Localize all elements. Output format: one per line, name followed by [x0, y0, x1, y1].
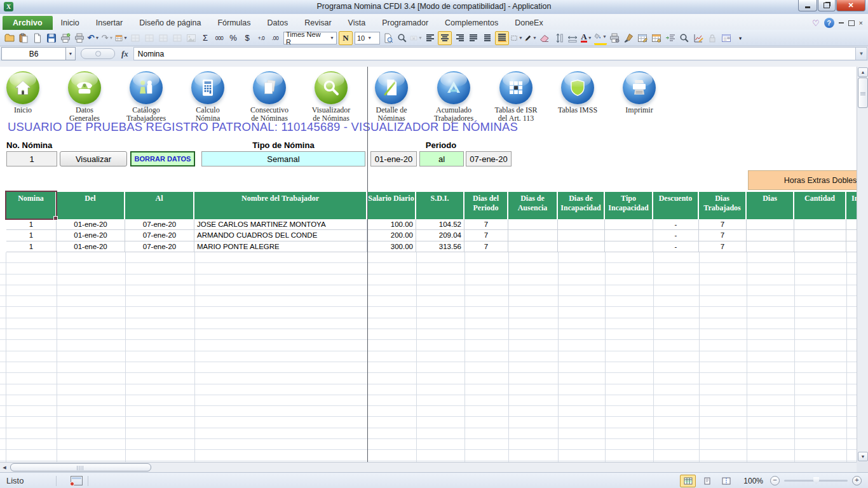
name-box-dropdown-icon[interactable]: ▼ [66, 47, 76, 60]
merge-center-icon[interactable] [495, 31, 509, 45]
table-cell[interactable]: 7 [465, 219, 508, 230]
print-preview-icon[interactable] [59, 32, 72, 44]
table-cell[interactable]: ARMANDO CUADROS DEL CONDE [194, 230, 367, 241]
column-header[interactable]: Nombre del Trabajador [194, 192, 367, 219]
protect-sheet-icon[interactable] [706, 32, 719, 44]
bold-toggle[interactable]: N [339, 31, 353, 45]
save-icon[interactable] [45, 32, 58, 44]
fill-color-select[interactable]: ▼ [594, 30, 607, 45]
tab-vista[interactable]: Vista [340, 16, 374, 30]
column-header[interactable]: Dias Trabajados [699, 192, 747, 219]
table-cell[interactable]: 07-ene-20 [125, 230, 194, 241]
table-cell[interactable]: 209.04 [416, 230, 465, 241]
formula-input[interactable]: Nomina [133, 47, 855, 60]
print-icon[interactable] [73, 32, 86, 44]
borrar-datos-button[interactable]: BORRAR DATOS [131, 152, 194, 166]
table-cell[interactable]: 313.56 [416, 241, 465, 252]
table-cell[interactable] [605, 219, 653, 230]
column-header[interactable]: Dias [747, 192, 794, 219]
table-cell[interactable] [747, 230, 794, 241]
eraser-icon[interactable] [538, 32, 551, 44]
insert-picture-icon[interactable] [185, 32, 198, 44]
increase-decimal-icon[interactable]: +.0 [255, 32, 268, 44]
workbook-restore-icon[interactable] [848, 20, 855, 26]
column-header[interactable]: Cantidad [794, 192, 846, 219]
tab-insertar[interactable]: Insertar [88, 16, 131, 30]
scroll-down-icon[interactable]: ▼ [858, 452, 868, 461]
table-cell[interactable]: 7 [699, 241, 747, 252]
nav-calculator-button[interactable]: CalculoNómina [177, 71, 238, 123]
print-setup-icon[interactable] [608, 32, 621, 44]
increase-indent-icon[interactable] [664, 32, 677, 44]
column-header[interactable]: Dias de Ausencia [508, 192, 558, 219]
scroll-up-icon[interactable]: ▲ [858, 67, 868, 77]
column-header[interactable]: Tipo Incapacidad [605, 192, 653, 219]
scroll-left-icon[interactable]: ◀ [0, 463, 9, 471]
new-document-icon[interactable] [31, 32, 44, 44]
print-zoom-icon[interactable] [382, 32, 395, 44]
tab-datos[interactable]: Datos [259, 16, 297, 30]
delete-rows-icon[interactable] [171, 32, 184, 44]
tipo-nomina-value[interactable]: Semanal [201, 151, 365, 166]
table-cell[interactable]: 01-ene-20 [57, 230, 125, 241]
tab-inicio[interactable]: Inicio [53, 16, 88, 30]
zoom-in-icon[interactable]: + [852, 476, 862, 485]
column-header[interactable]: Dias del Periodo [465, 192, 508, 219]
form-icon[interactable] [720, 32, 733, 44]
horizontal-scrollbar[interactable]: ◀ [0, 462, 857, 472]
more-options-select[interactable]: ▾ [734, 32, 747, 44]
table-cell[interactable]: 104.52 [416, 219, 465, 230]
table-cell[interactable]: 7 [465, 241, 508, 252]
table-cell[interactable]: - [653, 230, 699, 241]
table-cell[interactable]: 1 [6, 219, 57, 230]
nav-printer-button[interactable]: Imprimir [609, 71, 670, 114]
table-cell[interactable] [846, 241, 857, 252]
insert-rows-icon[interactable] [157, 32, 170, 44]
format-painter-icon[interactable] [622, 32, 635, 44]
no-nomina-input[interactable]: 1 [6, 151, 57, 166]
vertical-scroll-thumb[interactable] [858, 78, 868, 108]
align-center-icon[interactable] [438, 31, 452, 45]
zoom-icon[interactable] [396, 32, 409, 44]
align-left-icon[interactable] [424, 32, 437, 44]
window-restore-button[interactable] [818, 0, 836, 11]
find-icon[interactable] [678, 32, 691, 44]
table-cell[interactable]: 300.00 [367, 241, 416, 252]
draw-border-icon[interactable]: ▼ [524, 32, 537, 44]
font-size-select[interactable]: 10▼ [355, 32, 380, 44]
font-name-select[interactable]: Times New R▼ [283, 32, 337, 44]
macro-record-icon[interactable] [71, 476, 83, 485]
tab-programador[interactable]: Programador [374, 16, 437, 30]
currency-format-icon[interactable]: $ [241, 32, 254, 44]
undo-button[interactable]: ↶▼ [87, 32, 100, 44]
column-width-icon[interactable] [566, 32, 579, 44]
column-header[interactable]: S.D.I. [416, 192, 465, 219]
table-cell[interactable]: 100.00 [367, 219, 416, 230]
name-box[interactable]: B6 [1, 47, 66, 60]
tab-dise-o-de-p-gina[interactable]: Diseño de página [131, 16, 209, 30]
table-cell[interactable]: 7 [465, 230, 508, 241]
page-break-view-button[interactable] [718, 475, 734, 487]
nav-acumulado-button[interactable]: AcumuladoTrabajadores [423, 71, 484, 123]
wrap-text-icon[interactable] [481, 32, 494, 44]
format-cells-icon[interactable]: ▼ [115, 32, 128, 44]
align-justify-icon[interactable] [467, 32, 480, 44]
normal-view-button[interactable] [680, 475, 696, 487]
table-cell[interactable] [605, 241, 653, 252]
table-cell[interactable]: - [653, 219, 699, 230]
window-close-button[interactable]: ✕ [836, 0, 865, 11]
nav-document-pencil-button[interactable]: Detalle deNóminas [361, 71, 422, 123]
table-cell[interactable] [747, 241, 794, 252]
nav-magnifier-button[interactable]: Visualizadorde Nóminas [301, 71, 362, 123]
help-icon[interactable]: ? [824, 18, 834, 28]
delete-cells-icon[interactable] [143, 32, 156, 44]
table-cell[interactable] [508, 241, 558, 252]
heart-icon[interactable]: ♡ [812, 18, 820, 28]
highlight-cells-icon[interactable] [650, 32, 663, 44]
tab-doneex[interactable]: DoneEx [506, 16, 551, 30]
zoom-slider-handle[interactable] [813, 477, 819, 484]
ribbon-minimize-icon[interactable] [839, 22, 844, 24]
nav-home-button[interactable]: Inicio [0, 71, 53, 114]
table-cell[interactable]: 07-ene-20 [125, 219, 194, 230]
tab-revisar[interactable]: Revisar [296, 16, 339, 30]
